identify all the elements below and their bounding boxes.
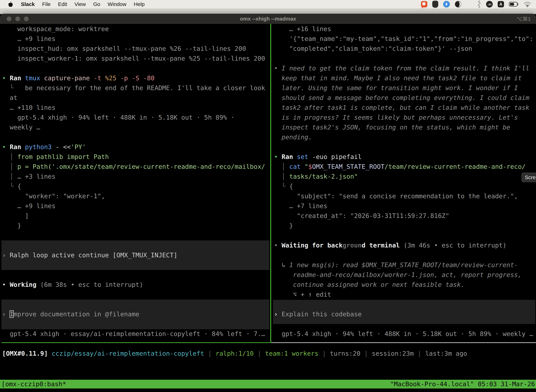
terminal-row: … +110 lines — [2, 103, 55, 112]
screenshot-tooltip: Scre — [522, 173, 536, 182]
right-pane-border — [271, 342, 536, 343]
terminal-row: ] — [2, 211, 29, 221]
terminal-row: › Improve documentation in @filename — [2, 309, 139, 319]
terminal-row: } — [274, 221, 293, 231]
moon-circle-icon[interactable] — [455, 1, 461, 8]
menu-bar: SlackFileEditViewGoWindowHelp ..61 A — [0, 0, 536, 9]
terminal-row: └ be necessary for the end of the README… — [2, 83, 265, 93]
terminal-row: • I need to get the claim token from the… — [274, 63, 529, 73]
terminal-row: at — [2, 93, 17, 103]
menu-item-help[interactable]: Help — [130, 1, 148, 7]
terminal-row: inspect task2's JSON, focusing on the st… — [274, 122, 510, 132]
menu-item-view[interactable]: View — [71, 1, 89, 7]
terminal-row: continue assigned work or next feasible … — [274, 280, 464, 289]
terminal-row: • Ran python3 - <<'PY' — [2, 142, 86, 152]
omx-status-line: [OMX#0.11.9] cczip/essay/ai-reimplementa… — [2, 349, 467, 359]
terminal-row: workspace_mode: worktree — [2, 24, 109, 34]
terminal-row: later. Using the same for transition mig… — [274, 83, 518, 93]
terminal-row: readme-and-reco/mailbox/worker-1.json, a… — [274, 270, 522, 280]
terminal-row: "created_at": "2026-03-31T11:59:27.816Z" — [274, 211, 449, 221]
terminal-row: • Working (6m 38s • esc to interrupt) — [2, 280, 143, 289]
badge-61-label: ..61 — [487, 3, 492, 6]
terminal-row: "completed","claim_token":"claim-token"}… — [274, 44, 472, 54]
menu-item-slack[interactable]: Slack — [17, 1, 38, 7]
terminal-row: pending. — [274, 132, 312, 142]
terminal-row: } — [2, 221, 21, 231]
title-bar[interactable]: omx --xhigh --madmax ⌥⌘1 — [0, 14, 536, 24]
terminal-row: › Explain this codebase — [274, 309, 362, 319]
terminal-row: keep that in mind. Maybe I also need the… — [274, 73, 522, 83]
terminal-row: │ tasks/task-2.json" — [274, 172, 358, 182]
terminal-row: … +7 lines — [274, 201, 327, 211]
terminal-row: "worker": "worker-1", — [2, 191, 105, 201]
left-pane-border — [1, 342, 270, 343]
tmux-session-label: [omx-cczip0:bash* — [0, 380, 66, 388]
apple-menu-icon[interactable] — [7, 1, 14, 7]
desktop-background — [0, 9, 536, 14]
window-shortcut-badge: ⌥⌘1 — [517, 16, 531, 22]
menu-item-edit[interactable]: Edit — [54, 1, 71, 7]
terminal-row: ⌥ + ↑ edit — [274, 289, 331, 299]
terminal-row: gpt-5.4 xhigh · 94% left · 488K in · 5.1… — [2, 112, 234, 122]
terminal-content[interactable]: workspace_mode: worktree … +9 lines insp… — [0, 24, 536, 392]
battery-charging-icon[interactable] — [509, 2, 519, 7]
terminal-row: └ { — [2, 182, 21, 191]
tmux-host-clock-label: "MacBook-Pro-44.local" 05:03 31-Mar-26 — [390, 380, 536, 388]
terminal-row: ↳ 1 new msg(s): read $OMX_TEAM_STATE_ROO… — [274, 260, 518, 270]
squiggle-icon[interactable] — [477, 0, 481, 8]
terminal-row: task2 after task1 is complete, but can I… — [274, 103, 529, 112]
badge-61-icon[interactable]: ..61 — [486, 1, 493, 8]
terminal-row: │ from pathlib import Path — [2, 152, 109, 162]
a-square-label: A — [499, 2, 502, 7]
terminal-row: "subject": "send a concise recommendatio… — [274, 191, 518, 201]
menu-items: SlackFileEditViewGoWindowHelp — [17, 0, 148, 9]
terminal-row: • Ran tmux capture-pane -t %25 -p -S -80 — [2, 73, 155, 83]
terminal-row: › Ralph loop active continue [OMX_TMUX_I… — [2, 250, 177, 260]
screenshot-tooltip-label: Scre — [525, 174, 536, 180]
terminal-row: inspect_worker-1: omx sparkshell --tmux-… — [2, 54, 265, 63]
terminal-row: │ … +3 lines — [2, 172, 55, 182]
a-square-icon[interactable]: A — [498, 1, 504, 7]
wifi-icon[interactable] — [524, 1, 531, 7]
pane-divider[interactable] — [270, 24, 271, 343]
menu-item-file[interactable]: File — [38, 1, 54, 7]
terminal-row: • Waiting for background terminal (3m 46… — [274, 240, 507, 250]
terminal-row: should send a message before completing … — [274, 93, 529, 103]
menu-item-window[interactable]: Window — [104, 1, 130, 7]
menu-item-go[interactable]: Go — [90, 1, 104, 7]
terminal-row: gpt-5.4 xhigh · 94% left · 488K in · 5.1… — [274, 329, 533, 339]
shield-grid-icon[interactable] — [432, 1, 438, 8]
terminal-row: └ { — [274, 182, 293, 191]
terminal-row: inspect_hud: omx sparkshell --tmux-pane … — [2, 44, 246, 54]
terminal-row: is in progress? It seems likely but perh… — [274, 112, 518, 122]
chat-icon[interactable] — [421, 1, 427, 7]
terminal-row: … +9 lines — [2, 201, 55, 211]
terminal-row: • Ran set -euo pipefail — [274, 152, 362, 162]
terminal-row: … +16 lines — [274, 24, 331, 34]
menu-status-icons: ..61 A — [421, 0, 536, 8]
terminal-window: omx --xhigh --madmax ⌥⌘1 workspace_mode:… — [0, 14, 536, 392]
bolt-circle-icon[interactable] — [443, 1, 450, 8]
terminal-row: gpt-5.4 xhigh · essay/ai-reimplementatio… — [2, 329, 265, 339]
terminal-row: … +9 lines — [2, 34, 55, 44]
terminal-row: │ p = Path('.omx/state/team/review-curre… — [2, 162, 265, 172]
terminal-row: │ cat "$OMX_TEAM_STATE_ROOT/team/review-… — [274, 162, 526, 172]
dots-grid-icon[interactable] — [466, 1, 472, 7]
terminal-row: '{"team_name":"my-team","task_id":"1","f… — [274, 34, 533, 44]
window-title: omx --xhigh --madmax — [0, 16, 536, 22]
terminal-row: weekly … — [2, 122, 40, 132]
tmux-status-bar: [omx-cczip0:bash* "MacBook-Pro-44.local"… — [0, 380, 536, 388]
